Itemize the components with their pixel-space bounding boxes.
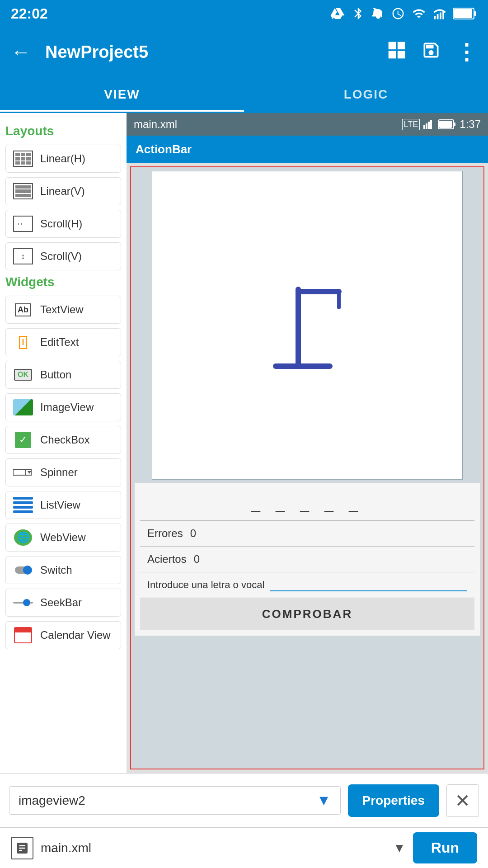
alarm-icon [391, 7, 405, 20]
scroll-h-icon: ↔ [11, 215, 35, 233]
aciertos-value: 0 [194, 553, 200, 566]
spinner-icon [11, 463, 35, 481]
preview-actionbar: ActionBar [127, 136, 488, 163]
word-display: _ _ _ _ _ [140, 489, 474, 521]
spinner-label: Spinner [40, 466, 78, 479]
aciertos-label: Aciertos [147, 553, 187, 566]
preview-filename: main.xml [134, 118, 177, 131]
switch-label: Switch [40, 564, 72, 576]
svg-rect-0 [434, 16, 436, 19]
edittext-label: EditText [40, 336, 79, 349]
widgets-section-title: Widgets [5, 275, 121, 289]
more-options-icon[interactable]: ⋮ [455, 39, 477, 65]
checkbox-label: CheckBox [40, 434, 89, 446]
widget-edittext[interactable]: I EditText [5, 328, 121, 356]
component-selector[interactable]: imageview2 ▼ [9, 786, 341, 815]
linear-h-icon [11, 150, 35, 168]
close-button[interactable]: ✕ [446, 784, 479, 817]
webview-label: WebView [40, 531, 86, 544]
svg-rect-20 [439, 121, 452, 128]
seekbar-icon [11, 594, 35, 612]
run-button[interactable]: Run [413, 832, 477, 863]
toolbar: ← NewProject5 ⋮ [0, 27, 488, 77]
scroll-v-label: Scroll(V) [40, 250, 82, 263]
drive-icon [330, 6, 345, 21]
widget-listview[interactable]: ListView [5, 491, 121, 519]
toolbar-actions: ⋮ [387, 39, 477, 65]
game-area: _ _ _ _ _ Errores 0 Aciertos 0 Introduce… [135, 483, 480, 636]
input-row: Introduce una letra o vocal [140, 572, 474, 598]
widget-switch[interactable]: Switch [5, 556, 121, 584]
listview-label: ListView [40, 499, 80, 511]
calendar-icon [11, 626, 35, 644]
svg-rect-1 [437, 14, 439, 19]
svg-rect-3 [442, 11, 444, 19]
widget-scroll-v[interactable]: ↕ Scroll(V) [5, 242, 121, 270]
checkbox-icon: ✓ [11, 431, 35, 449]
back-button[interactable]: ← [11, 41, 31, 63]
svg-rect-2 [440, 13, 441, 19]
svg-rect-8 [398, 42, 405, 49]
tab-logic[interactable]: LOGIC [244, 77, 488, 112]
status-time: 22:02 [11, 5, 48, 22]
widget-linear-v[interactable]: Linear(V) [5, 177, 121, 205]
linear-v-icon [11, 182, 35, 200]
textview-icon: Ab [11, 301, 35, 319]
hangman-area[interactable] [152, 171, 463, 480]
imageview-label: ImageView [40, 401, 94, 414]
switch-icon [11, 561, 35, 579]
project-title: NewProject5 [45, 42, 376, 62]
layout-manager-icon[interactable] [387, 40, 407, 64]
widget-calendar[interactable]: Calendar View [5, 621, 121, 649]
scroll-h-label: Scroll(H) [40, 217, 82, 230]
errores-label: Errores [147, 527, 183, 540]
webview-icon: 🌐 [11, 528, 35, 547]
widget-webview[interactable]: 🌐 WebView [5, 524, 121, 552]
left-panel: Layouts Linear(H) Linear(V) [0, 113, 127, 773]
widget-linear-h[interactable]: Linear(H) [5, 145, 121, 173]
widget-textview[interactable]: Ab TextView [5, 296, 121, 324]
widget-scroll-h[interactable]: ↔ Scroll(H) [5, 210, 121, 238]
scroll-v-icon: ↕ [11, 247, 35, 265]
battery-icon [453, 7, 477, 20]
footer: main.xml ▼ Run [0, 827, 488, 868]
widget-seekbar[interactable]: SeekBar [5, 589, 121, 617]
button-label: Button [40, 368, 71, 381]
widget-checkbox[interactable]: ✓ CheckBox [5, 426, 121, 454]
signal-bars-icon [423, 120, 434, 129]
preview-header: main.xml LTE 1:37 [127, 113, 488, 136]
letter-input[interactable] [270, 579, 467, 591]
preview-time: 1:37 [460, 118, 481, 131]
svg-rect-14 [423, 125, 425, 129]
main-content: Layouts Linear(H) Linear(V) [0, 113, 488, 773]
svg-rect-7 [389, 42, 396, 49]
battery-preview-icon [438, 119, 456, 129]
canvas-red-border: _ _ _ _ _ Errores 0 Aciertos 0 Introduce… [130, 166, 484, 769]
footer-dropdown-arrow[interactable]: ▼ [393, 841, 406, 855]
button-icon: OK [11, 366, 35, 384]
errores-value: 0 [190, 527, 196, 540]
status-bar: 22:02 [0, 0, 488, 27]
check-button[interactable]: COMPROBAR [140, 598, 474, 630]
tab-view[interactable]: VIEW [0, 77, 244, 112]
calendar-label: Calendar View [40, 629, 111, 642]
input-label: Introduce una letra o vocal [147, 579, 264, 591]
widget-imageview[interactable]: ImageView [5, 393, 121, 421]
component-name: imageview2 [19, 793, 85, 808]
bottom-panel: imageview2 ▼ Properties ✕ [0, 773, 488, 827]
widget-button[interactable]: OK Button [5, 361, 121, 389]
linear-v-label: Linear(V) [40, 185, 85, 198]
properties-button[interactable]: Properties [348, 784, 440, 817]
listview-icon [11, 496, 35, 514]
preview-status-icons: LTE 1:37 [402, 118, 481, 131]
svg-rect-17 [430, 120, 432, 129]
canvas-area[interactable]: _ _ _ _ _ Errores 0 Aciertos 0 Introduce… [127, 163, 488, 773]
svg-rect-15 [426, 123, 427, 129]
lte-icon: LTE [402, 119, 420, 130]
component-dropdown-arrow[interactable]: ▼ [317, 792, 331, 809]
footer-filename: main.xml [41, 841, 386, 855]
save-icon[interactable] [421, 40, 441, 64]
widget-spinner[interactable]: Spinner [5, 458, 121, 486]
svg-rect-6 [454, 9, 472, 18]
svg-rect-19 [454, 123, 455, 126]
